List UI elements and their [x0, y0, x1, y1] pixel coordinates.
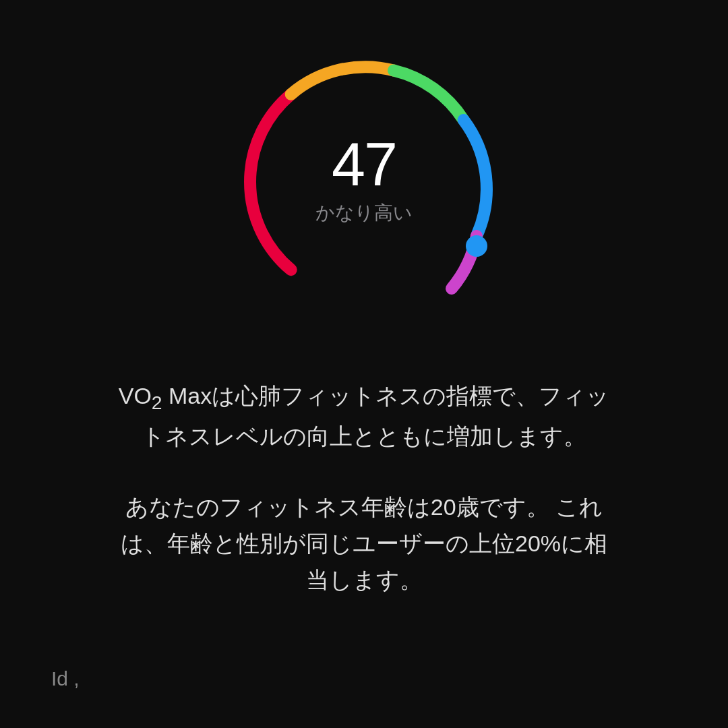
gauge-status-label: かなり高い — [315, 200, 413, 226]
description-section: VO2 Maxは心肺フィットネスの指標で、フィットネスレベルの向上とともに増加し… — [88, 377, 640, 599]
gauge-center-display: 47 かなり高い — [315, 134, 413, 226]
fitness-age-description: あなたのフィットネス年齢は20歳です。 これは、年齢と性別が同じユーザーの上位2… — [115, 489, 613, 599]
gauge-arc-orange — [291, 67, 394, 94]
gauge-arc-blue — [464, 120, 487, 236]
gauge-widget: 47 かなり高い — [222, 40, 506, 324]
gauge-indicator-dot — [466, 235, 487, 257]
vo2-description: VO2 Maxは心肺フィットネスの指標で、フィットネスレベルの向上とともに増加し… — [115, 377, 613, 455]
gauge-arc-green — [394, 71, 464, 121]
gauge-arc-red — [250, 94, 291, 270]
gauge-value: 47 — [315, 134, 413, 195]
bottom-label: Id , — [51, 667, 80, 690]
